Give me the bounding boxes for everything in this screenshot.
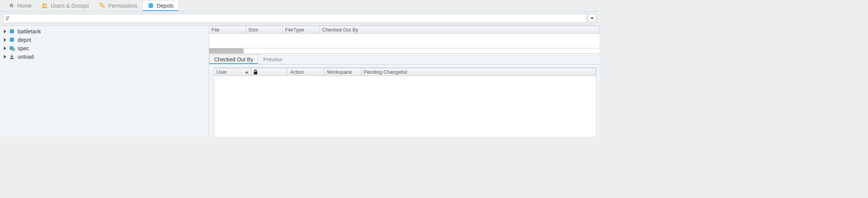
tab-users-groups[interactable]: Users & Groups <box>36 0 94 12</box>
tab-permissions[interactable]: Permissions <box>94 0 142 12</box>
tab-label: Depots <box>157 3 173 9</box>
svg-point-5 <box>10 29 14 31</box>
users-icon <box>41 2 48 9</box>
col-pending-changelist[interactable]: Pending Changelist <box>361 68 596 76</box>
col-action[interactable]: Action <box>288 68 325 76</box>
tab-label: Home <box>17 3 31 9</box>
expand-icon <box>4 38 6 42</box>
sort-asc-icon <box>245 71 248 73</box>
chevron-down-icon <box>591 17 594 20</box>
expand-icon <box>4 55 6 59</box>
subtab-preview[interactable]: Preview <box>258 54 287 64</box>
depot-icon <box>147 2 154 9</box>
detail-tabs: Checked Out By Preview <box>209 54 599 64</box>
files-grid-scrollbar[interactable] <box>209 48 599 54</box>
expand-icon <box>4 30 6 33</box>
unload-icon <box>8 54 15 60</box>
lock-icon <box>253 69 258 75</box>
checked-out-grid: User Action Workspace Pending Changelist <box>214 68 596 137</box>
tab-label: Permissions <box>108 3 137 9</box>
col-checked-out-by[interactable]: Checked Out By <box>320 26 599 33</box>
tree-item[interactable]: unload <box>0 53 209 61</box>
svg-rect-12 <box>254 72 257 74</box>
col-workspace[interactable]: Workspace <box>325 68 361 76</box>
checked-out-grid-header: User Action Workspace Pending Changelist <box>214 68 596 76</box>
right-pane: File Size FileType Checked Out By Checke… <box>209 26 599 137</box>
tab-home[interactable]: Home <box>3 0 36 12</box>
subtab-checked-out-by[interactable]: Checked Out By <box>209 54 258 64</box>
tree-item[interactable]: battletank <box>0 27 209 36</box>
depot-icon <box>8 28 15 35</box>
main-tabs: Home Users & Groups Permissions Depots <box>0 0 599 12</box>
col-user[interactable]: User <box>214 68 251 76</box>
spec-icon <box>8 45 15 51</box>
files-grid-body <box>209 34 599 48</box>
path-dropdown-button[interactable] <box>588 14 596 23</box>
svg-point-1 <box>45 4 47 6</box>
col-lock[interactable] <box>251 68 288 76</box>
svg-rect-8 <box>12 48 15 51</box>
path-input[interactable] <box>3 14 586 23</box>
tree-item-label: spec <box>18 45 29 51</box>
svg-point-7 <box>10 46 13 48</box>
key-icon <box>99 2 106 9</box>
checked-out-grid-body <box>214 76 596 137</box>
col-size[interactable]: Size <box>246 26 283 33</box>
expand-icon <box>4 46 6 50</box>
tree-item-label: battletank <box>18 28 41 35</box>
depot-icon <box>8 37 15 43</box>
main-split: battletank depot spec unload Fi <box>0 26 599 137</box>
svg-point-0 <box>43 3 45 6</box>
col-filetype[interactable]: FileType <box>283 26 320 33</box>
depot-tree: battletank depot spec unload <box>0 26 209 137</box>
tab-label: Users & Groups <box>51 3 89 9</box>
home-icon <box>8 2 15 9</box>
path-bar <box>0 12 599 26</box>
files-grid-header: File Size FileType Checked Out By <box>209 26 599 34</box>
svg-point-6 <box>10 38 14 39</box>
svg-rect-11 <box>10 58 14 59</box>
col-file[interactable]: File <box>209 26 246 33</box>
tree-item[interactable]: depot <box>0 36 209 44</box>
tab-depots[interactable]: Depots <box>142 0 178 12</box>
tree-item[interactable]: spec <box>0 44 209 53</box>
tree-item-label: unload <box>18 54 34 60</box>
tree-item-label: depot <box>18 37 31 43</box>
